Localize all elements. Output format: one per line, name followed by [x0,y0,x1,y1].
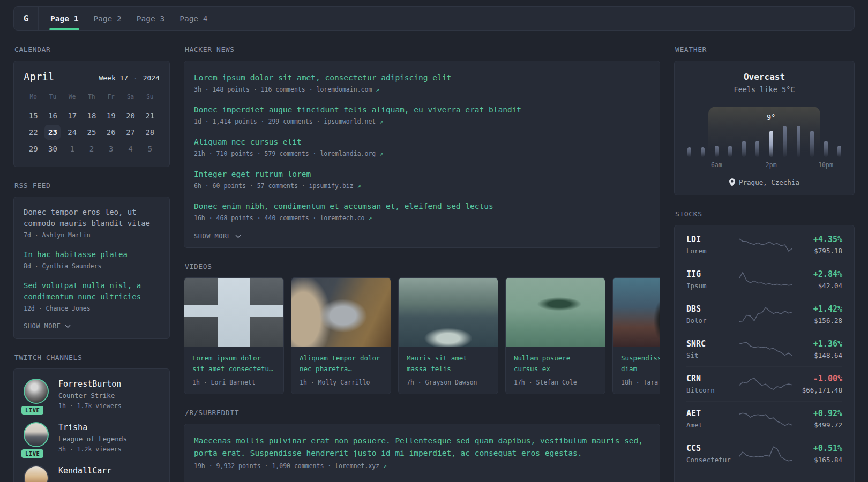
stock-row[interactable]: AET Amet +0.92% $499.72 [686,401,842,436]
video-thumbnail[interactable] [613,278,660,347]
hn-item-title[interactable]: Donec enim nibh, condimentum et accumsan… [194,200,650,212]
video-thumbnail[interactable] [399,278,498,347]
video-card[interactable]: Nullam posuere cursus ex 17h · Stefan Co… [505,277,605,394]
video-thumbnail[interactable] [184,278,283,347]
twitch-channel-game: Counter-Strike [58,391,122,400]
external-link-arrow-icon[interactable]: ↗ [383,462,387,470]
video-card[interactable]: Aliquam tempor dolor nec pharetra… 1h · … [291,277,391,394]
stock-row[interactable]: CRN Bitcorn -1.00% $66,171.48 [686,366,842,401]
calendar-day: 17 [63,107,82,124]
calendar-day: 21 [140,107,160,124]
external-link-arrow-icon[interactable]: ↗ [379,150,383,157]
twitch-widget-header: TWITCH CHANNELS [14,353,169,362]
video-thumbnail[interactable] [506,278,605,347]
hn-item-title[interactable]: Integer eget rutrum lorem [194,168,650,180]
calendar-day: 29 [24,140,43,157]
rss-item: In hac habitasse platea 8d · Cynthia Sau… [24,249,160,270]
stock-values: +1.36% $148.64 [793,338,842,360]
video-title-line1[interactable]: Suspendisse [621,353,660,364]
stock-row[interactable]: CCS Consectetur +0.51% $165.84 [686,436,842,471]
video-title-line1[interactable]: Mauris sit amet [407,353,490,364]
external-link-arrow-icon[interactable]: ↗ [376,86,379,93]
video-meta: 7h · Grayson Dawson [407,379,490,386]
video-card[interactable]: Suspendisse diam 18h · Tara [612,277,660,394]
stock-price: $499.72 [793,420,842,430]
calendar-day: 25 [82,124,101,140]
stock-name: Dolor [686,316,738,325]
nav-tab[interactable]: Page 1 [43,7,86,30]
stock-change: +1.36% [793,338,842,349]
reddit-post-title[interactable]: Maecenas mollis pulvinar erat non posuer… [194,435,650,460]
weather-bar [755,141,759,157]
rss-show-more-button[interactable]: SHOW MORE [24,322,160,330]
video-title-line1[interactable]: Aliquam tempor dolor [300,353,383,364]
app-logo[interactable]: G [14,7,39,30]
rss-item-meta: 12d · Chance Jones [24,305,160,312]
reddit-post-meta: 19h · 9,932 points · 1,090 comments · lo… [194,462,650,470]
stock-row[interactable]: LDI Lorem +4.35% $795.18 [686,228,842,262]
calendar-day: 16 [43,107,62,124]
show-more-label: SHOW MORE [24,322,61,330]
calendar-weekday-label: Fr [101,91,121,103]
stock-row[interactable]: DBS Dolor +1.42% $156.28 [686,297,842,332]
video-title-line2[interactable]: nec pharetra… [300,364,383,374]
video-title-line1[interactable]: Lorem ipsum dolor [192,353,275,364]
stock-name: Sit [686,351,738,360]
video-card[interactable]: Lorem ipsum dolor sit amet consectetu… 1… [184,277,284,394]
video-thumbnail[interactable] [291,278,391,347]
video-title-line2[interactable]: massa felis [407,364,490,374]
live-badge: LIVE [21,449,43,458]
twitch-channel-name: ForrestBurton [58,379,122,389]
stock-price: $156.28 [793,316,842,325]
nav-tab[interactable]: Page 4 [172,7,215,30]
stock-row[interactable]: SNRC Sit +1.36% $148.64 [686,332,842,366]
weather-bar-current [769,131,773,157]
weather-bar [742,141,746,157]
calendar-day-number: 2 [89,145,94,153]
video-title-line1[interactable]: Nullam posuere [514,353,597,364]
hn-item-title[interactable]: Aliquam nec cursus elit [194,136,650,148]
calendar-year: 2024 [143,74,160,82]
right-column: WEATHER Overcast Feels like 5°C 9° 6am2p… [674,46,855,482]
video-title-line2[interactable]: diam [621,364,660,374]
nav-tab-label: Page 1 [50,14,78,23]
stock-row[interactable]: AHS +0.46% [686,471,842,482]
hn-item-meta-text: 3h · 148 points · 116 comments · loremdo… [194,86,376,93]
weather-bar [810,131,814,157]
rss-widget: RSS FEED Donec tempor eros leo, ut commo… [13,182,170,339]
stock-price: $66,171.48 [793,386,842,395]
twitch-channel-row[interactable]: KendallCarr [24,465,160,482]
calendar-day: 3 [101,140,121,157]
external-link-arrow-icon[interactable]: ↗ [379,118,383,125]
external-link-arrow-icon[interactable]: ↗ [357,182,361,190]
rss-item-title[interactable]: Sed volutpat nulla nisl, a condimentum n… [24,280,160,303]
calendar-widget-header: CALENDAR [14,46,169,54]
rss-item-title[interactable]: In hac habitasse platea [24,249,160,260]
hackernews-show-more-button[interactable]: SHOW MORE [194,232,650,240]
stock-price: $165.84 [793,455,842,464]
twitch-channel-row[interactable]: LIVE ForrestBurton Counter-Strike 1h · 1… [24,379,160,410]
calendar-week-label: Week 17 [99,74,128,82]
nav-tab[interactable]: Page 3 [129,7,172,30]
hn-item-title[interactable]: Donec imperdiet augue tincidunt felis al… [194,104,650,116]
sparkline-chart-icon [739,305,792,323]
weather-widget-header: WEATHER [675,46,854,54]
calendar-day: 5 [140,140,160,157]
nav-tab[interactable]: Page 2 [86,7,129,30]
hn-item-meta-text: 16h · 468 points · 440 comments · loremt… [194,214,368,222]
external-link-arrow-icon[interactable]: ↗ [368,214,372,222]
video-card[interactable]: Mauris sit amet massa felis 7h · Grayson… [398,277,498,394]
stock-name: Ipsum [686,281,738,290]
stock-price: $795.18 [793,246,842,255]
stock-id: SNRC Sit [686,338,738,360]
rss-widget-header: RSS FEED [14,182,169,190]
video-title-line2[interactable]: sit amet consectetu… [192,364,275,374]
video-title-line2[interactable]: cursus ex [514,364,597,374]
stock-row[interactable]: IIG Ipsum +2.84% $42.04 [686,262,842,297]
video-card-row: Lorem ipsum dolor sit amet consectetu… 1… [184,277,660,394]
hn-item-title[interactable]: Lorem ipsum dolor sit amet, consectetur … [194,72,650,84]
stock-values: +1.42% $156.28 [793,304,842,325]
separator-dot: · [133,74,138,82]
twitch-channel-row[interactable]: LIVE Trisha League of Legends 3h · 1.2k … [24,422,160,454]
rss-item-title[interactable]: Donec tempor eros leo, ut commodo mauris… [24,207,160,229]
